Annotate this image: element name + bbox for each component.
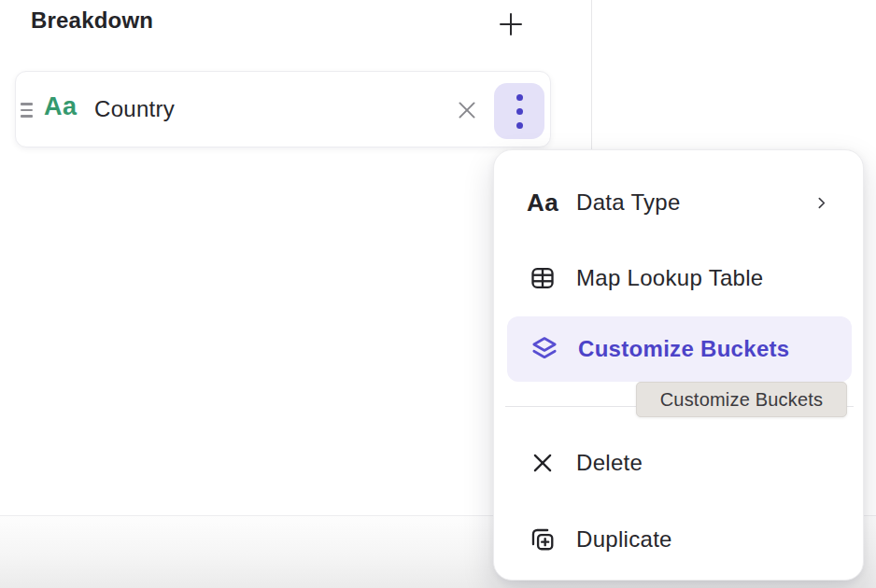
menu-item-label: Duplicate: [576, 526, 672, 553]
field-options-button[interactable]: [494, 83, 544, 139]
plus-icon: [498, 11, 524, 37]
menu-item-delete[interactable]: Delete: [505, 430, 854, 496]
drag-handle-icon[interactable]: [21, 98, 37, 122]
page-title: Breakdown: [31, 7, 153, 34]
menu-item-label: Map Lookup Table: [576, 265, 764, 291]
menu-item-label: Delete: [576, 450, 643, 476]
add-breakdown-button[interactable]: [495, 8, 527, 40]
customize-buckets-tooltip: Customize Buckets: [636, 382, 847, 417]
field-options-menu: Aa Data Type Map Lookup Table Cust: [493, 149, 864, 581]
text-type-icon: Aa: [44, 92, 78, 121]
menu-item-customize-buckets[interactable]: Customize Buckets: [507, 316, 852, 382]
remove-field-button[interactable]: [452, 95, 482, 125]
breakdown-field-card: Aa Country: [15, 71, 551, 147]
chevron-right-icon: [813, 195, 829, 211]
copy-plus-icon: [527, 526, 558, 553]
menu-item-label: Data Type: [576, 189, 681, 216]
menu-item-data-type[interactable]: Aa Data Type: [505, 170, 854, 235]
text-type-icon: Aa: [527, 189, 558, 217]
field-label: Country: [94, 96, 175, 122]
menu-item-label: Customize Buckets: [578, 336, 790, 362]
x-icon: [527, 451, 558, 475]
kebab-dots-icon: [516, 94, 523, 101]
table-icon: [527, 265, 558, 291]
menu-item-map-lookup-table[interactable]: Map Lookup Table: [505, 245, 854, 311]
layers-icon: [529, 335, 560, 363]
menu-item-duplicate[interactable]: Duplicate: [505, 507, 854, 572]
close-icon: [455, 98, 479, 122]
